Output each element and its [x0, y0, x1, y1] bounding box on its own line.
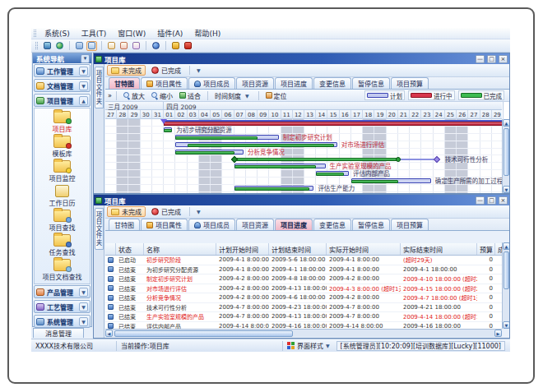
- maximize-button[interactable]: □: [487, 196, 496, 205]
- tab-4[interactable]: 项目进度: [275, 219, 313, 230]
- progress-bar[interactable]: [234, 158, 398, 161]
- table-row-0[interactable]: 已启动初步研究阶段2009-4-1 8:00:002009-5-6 18:00:…: [105, 256, 502, 265]
- chevron-down-icon[interactable]: ▼: [79, 302, 88, 311]
- sidebar-group-5[interactable]: 系统管理▼: [34, 315, 90, 328]
- tab-5[interactable]: 变更信息: [313, 219, 351, 230]
- table-row-1[interactable]: 已结束为初步研究分配资源2009-4-1 8:00:002009-4-1 18:…: [105, 265, 502, 275]
- minimize-button[interactable]: —: [476, 55, 485, 63]
- scroll-right-button[interactable]: ▶: [494, 330, 502, 337]
- sidebar-group-0[interactable]: 工作管理▼: [34, 64, 90, 77]
- table-row-3[interactable]: 已结束对市场进行评估2009-4-2 8:00:002009-4-13 18:0…: [105, 284, 502, 294]
- tab-4[interactable]: 项目进度: [275, 77, 313, 89]
- menu-item-3[interactable]: 插件(A): [151, 28, 188, 39]
- tab-6[interactable]: 暂停信息: [352, 77, 390, 89]
- tab-project-folder[interactable]: 项目文件夹: [95, 67, 104, 108]
- scroll-thumb[interactable]: [504, 128, 509, 176]
- filter-more-button[interactable]: ▼: [194, 67, 203, 73]
- locate-button[interactable]: 定位: [263, 90, 290, 101]
- fit-button[interactable]: 适合: [177, 90, 203, 101]
- report-button[interactable]: [106, 41, 117, 51]
- filter-completed-button[interactable]: 已完成: [147, 65, 185, 76]
- toolbar-grip[interactable]: [35, 42, 38, 49]
- sidebar-item-6[interactable]: 项目文档查找: [43, 259, 82, 281]
- scroll-left-button[interactable]: ◀: [105, 330, 113, 337]
- folder-closed-button[interactable]: [74, 41, 85, 51]
- filter-pending-button[interactable]: 未完成: [107, 206, 146, 217]
- folder-open-button[interactable]: [86, 41, 97, 51]
- chevron-down-icon[interactable]: ▼: [79, 317, 88, 326]
- table-hscrollbar[interactable]: ◀▶: [105, 329, 502, 337]
- help-button[interactable]: [151, 41, 161, 51]
- chevron-down-icon[interactable]: ▼: [79, 288, 88, 297]
- column-header-4[interactable]: 实际开始时间: [327, 243, 401, 255]
- column-header-1[interactable]: 名称: [144, 243, 216, 255]
- progress-bar[interactable]: [188, 144, 334, 147]
- progress-bar[interactable]: [234, 187, 309, 191]
- tab-message-management[interactable]: 消息管理: [33, 328, 84, 338]
- exit-button[interactable]: [183, 41, 193, 51]
- scroll-thumb[interactable]: [504, 251, 509, 289]
- tab-2[interactable]: 项目成员: [188, 77, 235, 89]
- sidebar-item-1[interactable]: 模板库: [53, 136, 72, 158]
- chevron-down-icon[interactable]: ▼: [79, 81, 88, 90]
- sidebar-item-0[interactable]: 项目库: [53, 111, 72, 133]
- sidebar-group-2[interactable]: 项目管理▲: [34, 94, 90, 107]
- tab-2[interactable]: 项目成员: [188, 219, 235, 230]
- table-header-iconcol[interactable]: [105, 243, 116, 255]
- zoom-out-button[interactable]: 缩小: [149, 90, 175, 101]
- progress-bar[interactable]: [234, 165, 317, 168]
- tab-7[interactable]: 项目预算: [391, 77, 429, 89]
- menu-item-2[interactable]: 窗口(W): [112, 28, 151, 39]
- maximize-button[interactable]: □: [487, 55, 496, 63]
- tab-0[interactable]: 甘特图: [109, 77, 140, 89]
- chevron-up-icon[interactable]: ▲: [79, 96, 88, 105]
- column-header-5[interactable]: 实际结束时间: [401, 243, 477, 255]
- tab-6[interactable]: 暂停信息: [352, 219, 390, 230]
- zoom-in-button[interactable]: 放大: [121, 90, 147, 101]
- sidebar-group-4[interactable]: 工艺管理▼: [34, 300, 90, 313]
- print-button[interactable]: [131, 41, 142, 51]
- filter-completed-button[interactable]: 已完成: [147, 206, 185, 217]
- menu-item-0[interactable]: 系统(S): [39, 28, 76, 39]
- close-button[interactable]: ×: [499, 55, 508, 63]
- column-header-2[interactable]: 计划开始时间: [216, 243, 269, 255]
- table-row-4[interactable]: 已结束分析竞争情况2009-4-2 8:00:002009-4-6 18:00:…: [105, 293, 502, 303]
- menu-item-4[interactable]: 帮助(H): [188, 28, 226, 39]
- sidebar-group-3[interactable]: 产品管理▼: [34, 285, 90, 298]
- gantt-vscrollbar[interactable]: ▲▼: [502, 119, 509, 193]
- sidebar-item-2[interactable]: 项目监控: [49, 160, 76, 182]
- sidebar-item-4[interactable]: 项目查找: [49, 210, 76, 232]
- tab-3[interactable]: 项目资源: [236, 219, 274, 230]
- tab-project-folder[interactable]: 项目文件夹: [95, 208, 104, 250]
- tab-3[interactable]: 项目资源: [236, 77, 274, 89]
- scroll-up-button[interactable]: ▲: [503, 242, 510, 250]
- toolbar-overflow-button[interactable]: »: [108, 92, 112, 99]
- sidebar-item-5[interactable]: 任务查找: [49, 234, 76, 256]
- scroll-up-button[interactable]: ▲: [503, 119, 509, 127]
- filter-pending-button[interactable]: 未完成: [107, 65, 146, 76]
- statusbar-style-dropdown[interactable]: 界面样式 ▼: [283, 341, 336, 351]
- column-header-7[interactable]: 成: [495, 243, 502, 255]
- progress-bar[interactable]: [175, 151, 234, 154]
- sidebar-item-3[interactable]: 工作日历: [49, 185, 76, 207]
- table-row-6[interactable]: 已结束生产实验室规模的产品2009-4-7 8:00:002009-4-13 1…: [105, 312, 502, 322]
- form-button[interactable]: [118, 41, 129, 51]
- filter-more-button[interactable]: ▼: [194, 209, 203, 214]
- summary-progress-bar[interactable]: [164, 122, 504, 126]
- table-row-2[interactable]: 已结束制定初步研究计划2009-4-2 8:00:002009-4-8 18:0…: [105, 274, 502, 284]
- tab-1[interactable]: 项目属性: [141, 77, 188, 89]
- sidebar-collapse-button[interactable]: ▾: [81, 54, 90, 63]
- menu-grip[interactable]: [34, 30, 36, 37]
- menu-item-1[interactable]: 工具(T): [76, 28, 113, 39]
- lock-button[interactable]: [170, 41, 181, 51]
- progress-bar[interactable]: [351, 180, 398, 183]
- scroll-thumb[interactable]: [114, 330, 293, 337]
- table-row-5[interactable]: 已结束技术可行性分析2009-4-7 8:00:002009-4-23 18:0…: [105, 303, 502, 313]
- column-header-3[interactable]: 计划结束时间: [269, 243, 327, 255]
- tab-0[interactable]: 甘特图: [109, 219, 140, 230]
- column-header-6[interactable]: 预算: [477, 243, 495, 255]
- column-header-0[interactable]: 状态: [116, 243, 144, 255]
- time-scale-button[interactable]: 时间刻度▼: [212, 90, 254, 101]
- progress-bar[interactable]: [175, 136, 258, 140]
- chevron-down-icon[interactable]: ▼: [79, 67, 88, 76]
